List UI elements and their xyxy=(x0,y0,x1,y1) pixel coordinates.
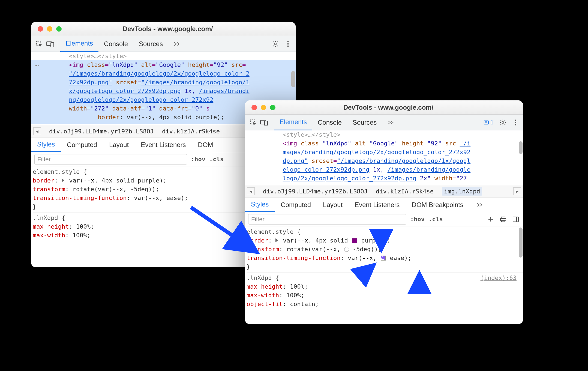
window-title: DevTools - www.google.com/ xyxy=(275,104,523,111)
breadcrumb-back-icon[interactable]: ◀ xyxy=(247,187,255,195)
tab-sources[interactable]: Sources xyxy=(347,115,382,130)
devtools-window-right: DevTools - www.google.com/ Elements Cons… xyxy=(245,100,523,324)
dom-pane[interactable]: <style>…</style> <img class="lnXdpd" alt… xyxy=(245,130,523,185)
filter-bar: Filter :hov .cls xyxy=(245,212,523,226)
breadcrumb-item[interactable]: div.k1zIA.rSk4se xyxy=(162,128,220,135)
svg-point-12 xyxy=(515,119,516,121)
breadcrumb-item[interactable]: div.o3j99.LLD4me.yr19Zb.LS8OJ xyxy=(49,128,154,135)
svg-point-4 xyxy=(287,41,289,42)
tab-elements[interactable]: Elements xyxy=(274,115,312,130)
subtab-computed[interactable]: Computed xyxy=(275,198,317,212)
svg-point-6 xyxy=(287,45,289,47)
traffic-lights xyxy=(31,26,62,32)
subtab-layout[interactable]: Layout xyxy=(103,137,135,152)
device-toggle-icon[interactable] xyxy=(45,38,56,49)
breadcrumb-fwd-icon[interactable]: ▶ xyxy=(513,187,521,195)
tab-console[interactable]: Console xyxy=(312,115,347,130)
main-toolbar: Elements Console Sources 1 xyxy=(245,115,523,130)
svg-point-14 xyxy=(515,124,516,125)
filter-input[interactable]: Filter xyxy=(34,154,187,164)
zoom-icon[interactable] xyxy=(270,105,275,110)
titlebar[interactable]: DevTools - www.google.com/ xyxy=(245,100,523,115)
breadcrumb[interactable]: ◀ div.o3j99.LLD4me.yr19Zb.LS8OJ div.k1zI… xyxy=(245,185,523,198)
gear-icon[interactable] xyxy=(498,118,508,127)
close-icon[interactable] xyxy=(251,105,257,110)
device-toggle-icon[interactable] xyxy=(259,117,269,128)
svg-rect-2 xyxy=(51,43,54,47)
gear-icon[interactable] xyxy=(271,39,280,49)
cls-toggle[interactable]: .cls xyxy=(209,156,224,163)
traffic-lights xyxy=(245,105,275,110)
color-swatch-icon[interactable] xyxy=(352,238,357,243)
svg-point-5 xyxy=(287,43,289,44)
svg-rect-9 xyxy=(265,121,268,125)
svg-point-3 xyxy=(275,43,277,45)
tab-more[interactable] xyxy=(382,115,400,130)
tab-elements[interactable]: Elements xyxy=(60,36,98,52)
svg-rect-18 xyxy=(513,217,518,222)
styles-subtabs: Styles Computed Layout Event Listeners D… xyxy=(245,198,523,212)
subtab-event-listeners[interactable]: Event Listeners xyxy=(349,198,406,212)
expand-triangle-icon[interactable] xyxy=(275,238,278,242)
tab-sources[interactable]: Sources xyxy=(133,36,168,52)
cls-toggle[interactable]: .cls xyxy=(428,216,443,223)
ellipsis-icon[interactable]: ⋯ xyxy=(34,61,40,70)
kebab-icon[interactable] xyxy=(283,39,293,49)
breadcrumb-back-icon[interactable]: ◀ xyxy=(33,127,41,135)
styles-pane[interactable]: element.style { border: var(--x, 4px sol… xyxy=(245,226,523,324)
hov-toggle[interactable]: :hov xyxy=(191,156,205,163)
minimize-icon[interactable] xyxy=(261,105,266,110)
inspect-icon[interactable] xyxy=(34,38,45,49)
zoom-icon[interactable] xyxy=(56,26,62,32)
subtab-styles[interactable]: Styles xyxy=(31,137,61,152)
tab-more[interactable] xyxy=(168,36,186,52)
subtab-more[interactable] xyxy=(470,198,489,212)
tab-console[interactable]: Console xyxy=(98,36,133,52)
print-icon[interactable] xyxy=(499,215,507,223)
subtab-layout[interactable]: Layout xyxy=(317,198,349,212)
filter-input[interactable]: Filter xyxy=(248,214,406,225)
kebab-icon[interactable] xyxy=(511,118,520,127)
angle-swatch-icon[interactable] xyxy=(344,247,349,252)
source-link[interactable]: (index):63 xyxy=(481,274,523,282)
titlebar[interactable]: DevTools - www.google.com/ xyxy=(31,22,296,36)
subtab-styles[interactable]: Styles xyxy=(245,198,275,212)
window-title: DevTools - www.google.com/ xyxy=(62,25,296,33)
issues-chip[interactable]: 1 xyxy=(482,119,495,126)
svg-point-11 xyxy=(502,121,504,123)
subtab-dom[interactable]: DOM Breakpoints xyxy=(406,198,469,212)
subtab-computed[interactable]: Computed xyxy=(61,137,103,152)
minimize-icon[interactable] xyxy=(47,26,52,32)
breadcrumb-item[interactable]: div.k1zIA.rSk4se xyxy=(376,188,434,195)
close-icon[interactable] xyxy=(38,26,43,32)
main-toolbar: Elements Console Sources xyxy=(31,36,296,52)
inspect-icon[interactable] xyxy=(248,117,259,128)
subtab-event-listeners[interactable]: Event Listeners xyxy=(135,137,192,152)
hov-toggle[interactable]: :hov xyxy=(410,216,425,223)
breadcrumb-item[interactable]: div.o3j99.LLD4me.yr19Zb.LS8OJ xyxy=(263,188,368,195)
breadcrumb-item-selected[interactable]: img.lnXdpd xyxy=(442,187,482,196)
svg-point-13 xyxy=(515,122,516,123)
expand-triangle-icon[interactable] xyxy=(62,178,64,182)
panel-icon[interactable] xyxy=(512,215,520,223)
subtab-dom[interactable]: DOM xyxy=(192,137,219,152)
collapsed-style: <style>…</style> xyxy=(69,53,127,59)
new-rule-icon[interactable] xyxy=(487,215,495,223)
easing-swatch-icon[interactable] xyxy=(381,256,386,261)
